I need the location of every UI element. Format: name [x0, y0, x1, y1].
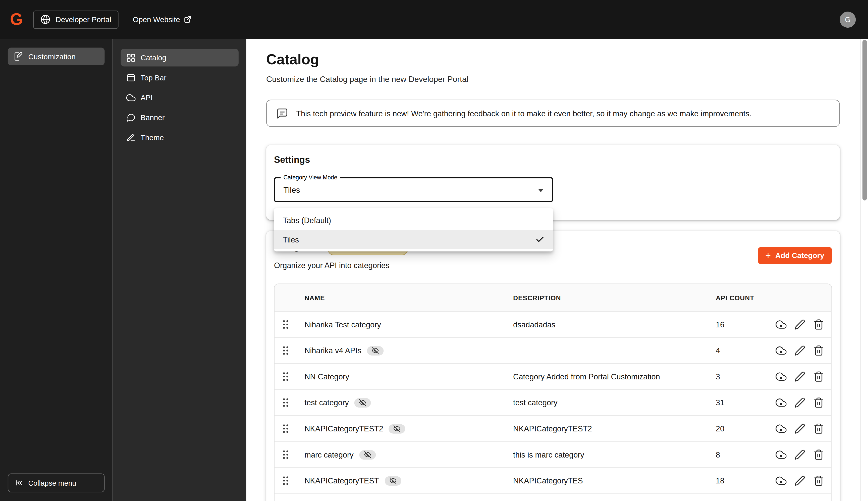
page-subtitle: Customize the Catalog page in the new De…	[266, 75, 839, 84]
drag-handle-icon[interactable]	[282, 372, 289, 382]
vertical-scrollbar[interactable]	[860, 39, 868, 501]
delete-trash-icon[interactable]	[813, 449, 824, 460]
sidebar-item-top-bar[interactable]: Top Bar	[121, 68, 238, 86]
developer-portal-button[interactable]: Developer Portal	[33, 10, 118, 29]
cloud-x-icon[interactable]	[775, 371, 786, 382]
delete-trash-icon[interactable]	[813, 475, 824, 486]
delete-trash-icon[interactable]	[813, 371, 824, 382]
collapse-menu-button[interactable]: Collapse menu	[8, 473, 105, 492]
category-api-count: 8	[716, 450, 773, 459]
category-api-count: 31	[716, 398, 773, 407]
categories-card: Categories Add Category Organize your AP…	[266, 231, 839, 501]
edit-pencil-icon[interactable]	[794, 345, 805, 356]
edit-pencil-icon[interactable]	[794, 449, 805, 460]
table-row: Niharika v4 APIs 4	[274, 337, 831, 363]
delete-trash-icon[interactable]	[813, 345, 824, 356]
table-row	[274, 493, 831, 501]
cloud-x-icon[interactable]	[775, 423, 786, 434]
delete-trash-icon[interactable]	[813, 423, 824, 434]
drag-handle-icon[interactable]	[282, 476, 289, 486]
top-app-bar: G Developer Portal Open Website G	[0, 0, 868, 39]
edit-pencil-icon[interactable]	[794, 371, 805, 382]
category-api-count: 3	[716, 372, 773, 381]
table-header-row: NAME DESCRIPTION API COUNT	[274, 284, 831, 311]
open-website-link[interactable]: Open Website	[133, 15, 192, 24]
category-description: NKAPICategoryTES	[513, 476, 716, 485]
category-api-count: 16	[716, 320, 773, 329]
sidebar-item-theme[interactable]: Theme	[121, 128, 238, 146]
globe-icon	[41, 14, 51, 24]
customization-page-pen-icon	[13, 52, 23, 62]
sidebar-item-label: Theme	[141, 133, 164, 141]
dropdown-option-tabs-default[interactable]: Tabs (Default)	[274, 211, 553, 230]
sidebar-item-label: Catalog	[141, 54, 166, 62]
edit-pencil-icon[interactable]	[794, 475, 805, 486]
cloud-x-icon[interactable]	[775, 397, 786, 408]
hidden-eye-badge	[367, 346, 383, 355]
drag-handle-icon[interactable]	[282, 397, 289, 407]
page-title: Catalog	[266, 51, 839, 67]
header-api-count: API COUNT	[716, 294, 773, 301]
open-website-label: Open Website	[133, 15, 180, 24]
edit-pencil-icon[interactable]	[794, 423, 805, 434]
category-name: NN Category	[304, 372, 349, 381]
category-name: Niharika Test category	[304, 320, 381, 329]
sidebar-item-catalog[interactable]: Catalog	[121, 49, 238, 67]
user-avatar[interactable]: G	[839, 11, 856, 28]
cloud-x-icon[interactable]	[775, 345, 786, 356]
category-api-count: 4	[716, 346, 773, 355]
add-category-label: Add Category	[775, 252, 824, 260]
category-description: Category Added from Portal Customization	[513, 372, 716, 381]
app-window: G Developer Portal Open Website G Custom…	[0, 0, 868, 501]
gravitee-logo[interactable]: G	[10, 10, 22, 29]
category-name: test category	[304, 398, 349, 407]
window-topbar-icon	[126, 73, 135, 82]
table-row: marc category this is marc category 8	[274, 441, 831, 468]
collapse-chevrons-icon	[14, 478, 23, 487]
scrollbar-thumb[interactable]	[862, 40, 867, 201]
table-row: test category test category 31	[274, 389, 831, 415]
category-view-mode-select[interactable]: Category View Mode Tiles	[274, 177, 553, 202]
drag-handle-icon[interactable]	[282, 320, 289, 330]
cloud-x-icon[interactable]	[775, 449, 786, 460]
feedback-bubble-icon	[276, 107, 288, 119]
category-api-count: 20	[716, 424, 773, 433]
category-description: this is marc category	[513, 450, 716, 459]
dropdown-option-tiles[interactable]: Tiles	[274, 230, 553, 249]
category-description: dsadadadas	[513, 320, 716, 329]
category-description: NKAPICategoryTEST2	[513, 424, 716, 433]
select-value: Tiles	[275, 178, 552, 201]
delete-trash-icon[interactable]	[813, 397, 824, 408]
edit-pencil-icon[interactable]	[794, 397, 805, 408]
sidebar-item-label: Top Bar	[141, 73, 166, 82]
sidebar-item-label: Customization	[28, 52, 76, 61]
cloud-x-icon[interactable]	[775, 475, 786, 486]
delete-trash-icon[interactable]	[813, 319, 824, 330]
settings-heading: Settings	[274, 154, 832, 165]
add-category-button[interactable]: Add Category	[758, 247, 832, 264]
tech-preview-notice: This tech preview feature is new! We're …	[266, 100, 839, 127]
main-content: Catalog Customize the Catalog page in th…	[246, 39, 868, 501]
drag-handle-icon[interactable]	[282, 345, 289, 355]
primary-sidebar: Customization Collapse menu	[0, 39, 112, 501]
developer-portal-label: Developer Portal	[55, 15, 111, 24]
sidebar-item-customization[interactable]: Customization	[8, 48, 105, 66]
chevron-down-icon	[538, 189, 543, 192]
collapse-menu-label: Collapse menu	[28, 479, 76, 487]
theme-pen-icon	[126, 133, 135, 142]
category-name: marc category	[304, 450, 354, 459]
edit-pencil-icon[interactable]	[794, 319, 805, 330]
customization-sidebar: Catalog Top Bar API Banner Theme	[112, 39, 246, 501]
table-row: NKAPICategoryTEST2 NKAPICategoryTEST2 20	[274, 415, 831, 441]
category-description: test category	[513, 398, 716, 407]
drag-handle-icon[interactable]	[282, 450, 289, 460]
sidebar-item-banner[interactable]: Banner	[121, 108, 238, 126]
cloud-x-icon[interactable]	[775, 319, 786, 330]
plus-icon	[765, 251, 771, 260]
grid-icon	[126, 53, 135, 62]
categories-description: Organize your API into categories	[274, 261, 832, 270]
drag-handle-icon[interactable]	[282, 424, 289, 434]
message-bubble-icon	[126, 113, 135, 122]
sidebar-item-api[interactable]: API	[121, 89, 238, 107]
table-row: NN Category Category Added from Portal C…	[274, 363, 831, 390]
